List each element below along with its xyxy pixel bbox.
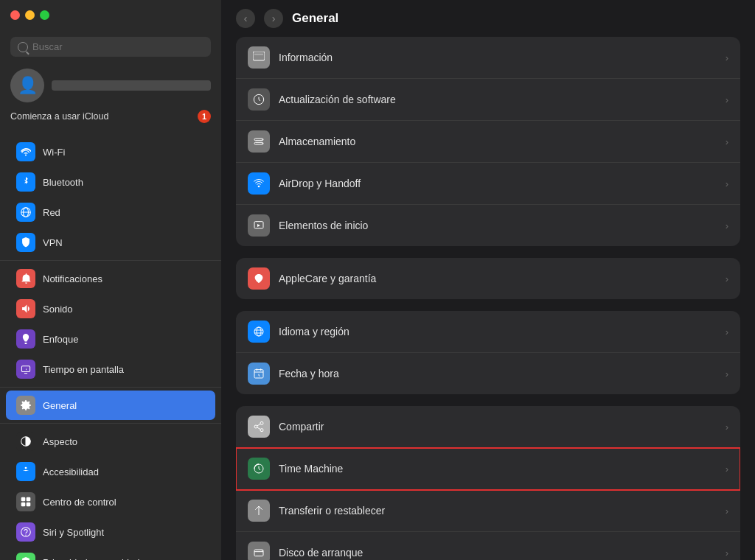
airdrop-row-icon bbox=[248, 172, 270, 195]
info-chevron-icon: › bbox=[726, 52, 728, 63]
disk-row-label: Disco de arranque bbox=[279, 547, 717, 559]
settings-row-software-update[interactable]: Actualización de software› bbox=[236, 79, 740, 121]
sidebar-item-label-vpn: VPN bbox=[43, 237, 63, 248]
svg-point-18 bbox=[262, 139, 262, 140]
sidebar-items-container: Wi-FiBluetoothRedVPNNotificacionesSonido… bbox=[0, 136, 221, 560]
storage-row-label: Almacenamiento bbox=[279, 136, 717, 147]
settings-row-storage[interactable]: Almacenamiento› bbox=[236, 121, 740, 163]
icloud-badge: 1 bbox=[198, 110, 211, 123]
fullscreen-button[interactable] bbox=[40, 10, 49, 20]
settings-row-info[interactable]: Información› bbox=[236, 37, 740, 79]
svg-rect-14 bbox=[253, 52, 265, 60]
sidebar-item-label-notifications: Notificaciones bbox=[43, 273, 102, 284]
sidebar-item-notifications[interactable]: Notificaciones bbox=[6, 264, 215, 293]
info-row-label: Información bbox=[279, 52, 717, 63]
storage-row-icon bbox=[248, 130, 270, 153]
sidebar-item-appearance[interactable]: Aspecto bbox=[6, 427, 215, 456]
svg-point-23 bbox=[257, 327, 261, 336]
settings-row-applecare[interactable]: AppleCare y garantía› bbox=[236, 258, 740, 299]
language-row-icon bbox=[248, 321, 270, 343]
user-profile[interactable]: 👤 bbox=[0, 66, 221, 110]
settings-row-sharing[interactable]: Compartir› bbox=[236, 406, 740, 448]
sharing-row-icon bbox=[248, 416, 270, 438]
notifications-icon bbox=[16, 269, 35, 288]
sidebar-item-general[interactable]: General bbox=[6, 391, 215, 420]
svg-point-27 bbox=[260, 421, 263, 424]
sharing-row-label: Compartir bbox=[279, 421, 717, 433]
sidebar-item-label-appearance: Aspecto bbox=[43, 436, 77, 447]
sidebar-item-sound[interactable]: Sonido bbox=[6, 294, 215, 323]
settings-row-disk[interactable]: Disco de arranque› bbox=[236, 532, 740, 560]
svg-rect-11 bbox=[27, 503, 31, 507]
svg-point-19 bbox=[262, 143, 262, 144]
sharing-chevron-icon: › bbox=[726, 421, 728, 433]
settings-row-transfer[interactable]: Transferir o restablecer› bbox=[236, 490, 740, 532]
sidebar-item-accessibility[interactable]: Accesibilidad bbox=[6, 457, 215, 486]
network-icon bbox=[16, 203, 35, 222]
svg-point-22 bbox=[254, 327, 263, 336]
settings-row-startup[interactable]: Elementos de inicio› bbox=[236, 205, 740, 246]
language-chevron-icon: › bbox=[726, 326, 728, 337]
applecare-row-icon bbox=[248, 267, 270, 290]
applecare-row-label: AppleCare y garantía bbox=[279, 273, 717, 284]
storage-chevron-icon: › bbox=[726, 136, 728, 147]
settings-sections: Información›Actualización de software›Al… bbox=[221, 37, 755, 560]
sidebar-item-network[interactable]: Red bbox=[6, 197, 215, 227]
avatar: 👤 bbox=[10, 69, 44, 102]
forward-button[interactable]: › bbox=[264, 9, 283, 28]
sidebar-item-wifi[interactable]: Wi-Fi bbox=[6, 137, 215, 167]
search-input[interactable] bbox=[32, 41, 203, 52]
svg-rect-9 bbox=[27, 497, 31, 502]
datetime-row-icon bbox=[248, 363, 270, 385]
close-button[interactable] bbox=[10, 10, 20, 20]
settings-row-timemachine[interactable]: Time Machine› bbox=[236, 448, 740, 490]
sidebar-item-vpn[interactable]: VPN bbox=[6, 228, 215, 257]
sidebar-item-label-privacy: Privacidad y seguridad bbox=[43, 557, 140, 561]
transfer-chevron-icon: › bbox=[726, 505, 728, 517]
info-row-icon bbox=[248, 46, 270, 69]
svg-point-28 bbox=[254, 425, 257, 428]
sidebar-item-focus[interactable]: Enfoque bbox=[6, 324, 215, 354]
sidebar-item-screentime[interactable]: Tiempo en pantalla bbox=[6, 354, 215, 384]
icloud-label: Comienza a usar iCloud bbox=[10, 111, 108, 122]
search-box[interactable] bbox=[10, 37, 211, 57]
airdrop-row-label: AirDrop y Handoff bbox=[279, 178, 717, 189]
main-content: ‹ › General Información›Actualización de… bbox=[221, 0, 755, 560]
transfer-row-icon bbox=[248, 500, 270, 522]
svg-rect-8 bbox=[21, 497, 26, 502]
sidebar-item-label-sound: Sonido bbox=[43, 304, 72, 315]
settings-row-language[interactable]: Idioma y región› bbox=[236, 311, 740, 353]
settings-row-airdrop[interactable]: AirDrop y Handoff› bbox=[236, 163, 740, 205]
svg-point-7 bbox=[25, 467, 27, 469]
screentime-icon bbox=[16, 360, 35, 379]
startup-chevron-icon: › bbox=[726, 220, 728, 231]
svg-point-29 bbox=[260, 429, 263, 432]
control-icon bbox=[16, 492, 35, 511]
search-container bbox=[0, 37, 221, 66]
sidebar-divider-notifications bbox=[0, 260, 221, 261]
timemachine-row-label: Time Machine bbox=[279, 463, 717, 475]
sidebar-item-privacy[interactable]: Privacidad y seguridad bbox=[6, 547, 215, 560]
search-icon bbox=[18, 42, 28, 52]
sound-icon bbox=[16, 299, 35, 318]
appearance-icon bbox=[16, 432, 35, 451]
focus-icon bbox=[16, 329, 35, 349]
minimize-button[interactable] bbox=[25, 10, 35, 20]
user-name-bar bbox=[52, 80, 211, 91]
wifi-icon bbox=[16, 142, 35, 161]
back-button[interactable]: ‹ bbox=[236, 9, 255, 28]
sidebar-item-label-general: General bbox=[43, 400, 77, 411]
sidebar-item-siri[interactable]: Siri y Spotlight bbox=[6, 517, 215, 547]
svg-rect-26 bbox=[254, 370, 263, 378]
settings-section-section4: Compartir›Time Machine›Transferir o rest… bbox=[236, 406, 740, 560]
sidebar-item-label-wifi: Wi-Fi bbox=[43, 147, 65, 158]
svg-rect-10 bbox=[21, 503, 26, 507]
svg-point-13 bbox=[25, 535, 26, 536]
sidebar-item-label-screentime: Tiempo en pantalla bbox=[43, 364, 124, 375]
settings-row-datetime[interactable]: Fecha y hora› bbox=[236, 353, 740, 394]
icloud-banner[interactable]: Comienza a usar iCloud 1 bbox=[10, 110, 211, 123]
traffic-lights bbox=[10, 10, 49, 20]
vpn-icon bbox=[16, 233, 35, 252]
sidebar-item-bluetooth[interactable]: Bluetooth bbox=[6, 167, 215, 197]
sidebar-item-control[interactable]: Centro de control bbox=[6, 487, 215, 517]
